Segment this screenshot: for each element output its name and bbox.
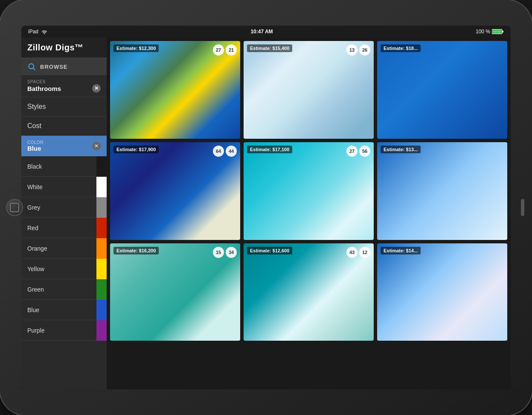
wifi-icon: [41, 29, 48, 34]
blue-swatch: [96, 300, 107, 320]
color-option-green[interactable]: Green: [21, 279, 107, 300]
grid-item-9[interactable]: Estimate: $14...: [377, 243, 507, 341]
color-option-yellow[interactable]: Yellow: [21, 259, 107, 279]
grid-item-6[interactable]: Estimate: $13...: [377, 142, 507, 240]
ipad-device: iPad 10:47 AM 100 %: [0, 0, 532, 415]
filter-spaces[interactable]: Spaces Bathrooms ✕: [21, 75, 107, 97]
status-left: iPad: [28, 29, 48, 35]
status-time: 10:47 AM: [250, 29, 273, 35]
comments-7: 34: [226, 247, 237, 258]
comments-5: 56: [359, 146, 370, 157]
color-list: Black White Grey Red: [21, 156, 107, 341]
badges-1: 27 21: [213, 44, 237, 56]
svg-line-5: [33, 68, 35, 70]
comments-1: 21: [226, 44, 237, 56]
hearts-5: 27: [346, 146, 358, 157]
estimate-7: Estimate: $16,200: [113, 247, 159, 254]
comments-4: 44: [226, 146, 237, 157]
color-label-main: Blue: [27, 145, 44, 152]
grid-item-1[interactable]: Estimate: $12,300 27 21: [110, 41, 240, 139]
purple-swatch: [96, 320, 107, 341]
hearts-4: 64: [213, 146, 224, 157]
spaces-label-small: Spaces: [27, 79, 101, 84]
estimate-2: Estimate: $15,400: [247, 44, 292, 52]
side-button[interactable]: [521, 199, 524, 216]
browse-label: BROWSE: [40, 64, 68, 70]
grid-item-7[interactable]: Estimate: $16,200 15 34: [110, 243, 240, 341]
hearts-7: 15: [213, 247, 224, 258]
color-option-blue[interactable]: Blue: [21, 300, 107, 320]
svg-point-0: [44, 33, 45, 34]
badges-2: 13 26: [346, 44, 370, 56]
color-close-button[interactable]: ✕: [92, 142, 101, 150]
hearts-2: 13: [346, 44, 358, 56]
grid-item-8[interactable]: Estimate: $12,600 43 12: [244, 243, 374, 341]
red-swatch: [96, 218, 107, 238]
hearts-8: 43: [346, 247, 358, 258]
comments-2: 26: [359, 44, 370, 56]
browse-button[interactable]: BROWSE: [21, 58, 107, 75]
green-swatch: [96, 279, 107, 300]
color-option-orange[interactable]: Orange: [21, 238, 107, 259]
status-bar: iPad 10:47 AM 100 %: [21, 26, 511, 38]
badges-8: 43 12: [346, 247, 370, 258]
sidebar-header: Zillow Digs™: [21, 38, 107, 58]
svg-rect-2: [502, 31, 503, 32]
grey-swatch: [96, 197, 107, 218]
spaces-close-button[interactable]: ✕: [92, 84, 101, 93]
status-right: 100 %: [476, 29, 504, 35]
battery-icon: [492, 29, 504, 35]
color-option-red[interactable]: Red: [21, 218, 107, 238]
estimate-9: Estimate: $14...: [381, 247, 421, 254]
color-option-white[interactable]: White: [21, 177, 107, 197]
main-content: Zillow Digs™ BROWSE Spaces Bathrooms ✕: [21, 38, 511, 389]
filter-styles[interactable]: Styles: [21, 97, 107, 117]
content-area: Estimate: $12,300 27 21 Estimate: $15,40…: [107, 38, 511, 389]
grid-item-5[interactable]: Estimate: $17,100 27 56: [244, 142, 374, 240]
estimate-3: Estimate: $18...: [381, 44, 421, 52]
grid-item-3[interactable]: Estimate: $18...: [377, 41, 507, 139]
device-name: iPad: [28, 29, 38, 35]
white-swatch: [96, 177, 107, 197]
estimate-8: Estimate: $12,600: [247, 247, 292, 254]
color-option-black[interactable]: Black: [21, 156, 107, 177]
image-grid: Estimate: $12,300 27 21 Estimate: $15,40…: [110, 41, 507, 341]
battery-percent: 100 %: [476, 29, 490, 35]
sidebar: Zillow Digs™ BROWSE Spaces Bathrooms ✕: [21, 38, 107, 389]
color-option-grey[interactable]: Grey: [21, 197, 107, 218]
estimate-5: Estimate: $17,100: [247, 146, 292, 153]
svg-rect-3: [493, 30, 502, 33]
search-icon: [27, 62, 36, 71]
badges-5: 27 56: [346, 146, 370, 157]
black-swatch: [96, 156, 107, 177]
estimate-1: Estimate: $12,300: [113, 44, 159, 52]
hearts-1: 27: [213, 44, 224, 56]
app-title: Zillow Digs™: [27, 43, 101, 53]
estimate-4: Estimate: $17,900: [113, 146, 159, 153]
filter-color[interactable]: Color Blue ✕: [21, 136, 107, 156]
home-button[interactable]: [6, 199, 23, 216]
spaces-label-main: Bathrooms ✕: [27, 84, 101, 93]
badges-7: 15 34: [213, 247, 237, 258]
orange-swatch: [96, 238, 107, 259]
ipad-screen: iPad 10:47 AM 100 %: [21, 26, 511, 389]
badges-4: 64 44: [213, 146, 237, 157]
yellow-swatch: [96, 259, 107, 279]
svg-point-4: [29, 64, 34, 69]
comments-8: 12: [359, 247, 370, 258]
color-label-small: Color: [27, 140, 44, 145]
filter-cost[interactable]: Cost: [21, 117, 107, 136]
color-option-purple[interactable]: Purple: [21, 320, 107, 341]
estimate-6: Estimate: $13...: [381, 146, 421, 153]
grid-item-4[interactable]: Estimate: $17,900 64 44: [110, 142, 240, 240]
grid-item-2[interactable]: Estimate: $15,400 13 26: [244, 41, 374, 139]
